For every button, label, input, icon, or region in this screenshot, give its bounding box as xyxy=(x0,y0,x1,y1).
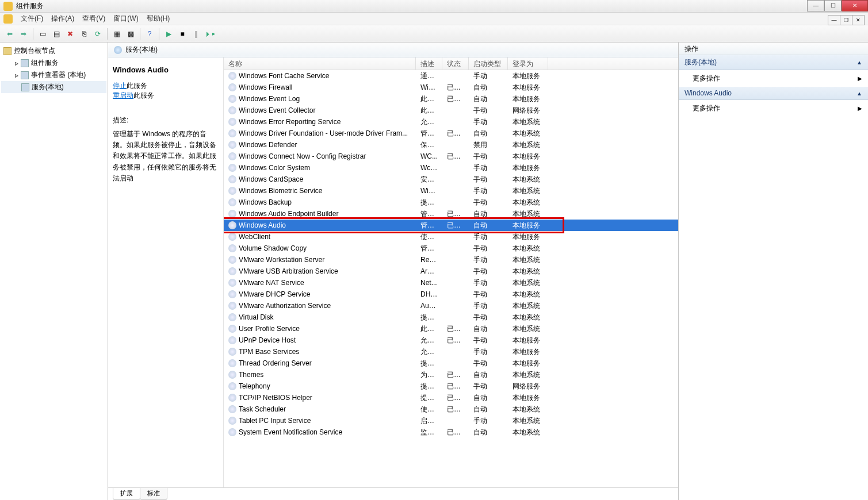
tree-item-component-services[interactable]: ▹ 组件服务 xyxy=(1,57,106,69)
service-logon: 本地系统 xyxy=(508,278,548,288)
service-row[interactable]: Windows Driver Foundation - User-mode Dr… xyxy=(224,128,678,139)
tree-item-services[interactable]: 服务(本地) xyxy=(1,81,106,93)
service-desc: 提供... xyxy=(416,382,442,391)
mdi-restore-button[interactable]: ❐ xyxy=(840,15,852,25)
col-name[interactable]: 名称 xyxy=(224,57,416,70)
service-row[interactable]: User Profile Service此服...已启动自动本地系统 xyxy=(224,323,678,334)
mdi-minimize-button[interactable]: — xyxy=(828,15,840,25)
service-logon: 本地服务 xyxy=(508,83,548,93)
col-status[interactable]: 状态 xyxy=(442,57,469,70)
service-row[interactable]: Volume Shadow Copy管理...手动本地系统 xyxy=(224,243,678,254)
service-row[interactable]: Themes为用...已启动自动本地系统 xyxy=(224,369,678,380)
back-button[interactable]: ⬅ xyxy=(3,28,16,40)
gear-icon xyxy=(228,118,236,126)
view1-button[interactable]: ▦ xyxy=(110,28,123,40)
tree-item-event-viewer[interactable]: ▹ 事件查看器 (本地) xyxy=(1,69,106,81)
pause-button[interactable]: ‖ xyxy=(190,28,202,40)
delete-button[interactable]: ✖ xyxy=(64,28,77,40)
show-hide-button[interactable]: ▭ xyxy=(36,28,49,40)
service-row[interactable]: TPM Base Services允许...手动本地服务 xyxy=(224,346,678,357)
minimize-button[interactable]: — xyxy=(807,0,824,11)
service-logon: 本地系统 xyxy=(508,313,548,322)
menu-file[interactable]: 文件(F) xyxy=(21,14,43,24)
service-logon: 本地服务 xyxy=(508,232,548,242)
restart-link[interactable]: 重启动 xyxy=(113,91,133,99)
col-desc[interactable]: 描述 xyxy=(416,57,442,70)
start-button[interactable]: ▶ xyxy=(162,28,175,40)
service-row[interactable]: Windows Defender保护...禁用本地系统 xyxy=(224,139,678,151)
service-row[interactable]: Windows FirewallWin...已启动自动本地服务 xyxy=(224,82,678,93)
service-row[interactable]: Windows Event Log此服...已启动自动本地服务 xyxy=(224,93,678,105)
service-name: Windows Firewall xyxy=(239,83,292,91)
service-row[interactable]: TCP/IP NetBIOS Helper提供...已启动自动本地服务 xyxy=(224,392,678,403)
menu-help[interactable]: 帮助(H) xyxy=(147,14,170,24)
service-start: 自动 xyxy=(469,428,508,437)
service-row[interactable]: VMware NAT ServiceNet...手动本地系统 xyxy=(224,277,678,289)
tab-extended[interactable]: 扩展 xyxy=(113,488,140,500)
col-start[interactable]: 启动类型 xyxy=(469,57,508,70)
service-start: 手动 xyxy=(469,278,508,288)
export-button[interactable]: ⎘ xyxy=(78,28,90,40)
service-status: 已启动 xyxy=(442,405,469,414)
service-desc: 使用... xyxy=(416,405,442,414)
tree-root[interactable]: 控制台根节点 xyxy=(1,45,106,57)
service-row[interactable]: UPnP Device Host允许...已启动手动本地服务 xyxy=(224,334,678,346)
selected-service-name: Windows Audio xyxy=(113,66,219,74)
service-row[interactable]: VMware Authorization ServiceAuth...手动本地系… xyxy=(224,300,678,311)
service-row[interactable]: Windows Backup提供...手动本地系统 xyxy=(224,197,678,208)
stop-link[interactable]: 停止 xyxy=(113,82,127,90)
gear-icon xyxy=(228,141,236,149)
menu-window[interactable]: 窗口(W) xyxy=(113,14,138,24)
action-more-services[interactable]: 更多操作▶ xyxy=(679,70,868,87)
service-row[interactable]: VMware USB Arbitration ServiceArbit...手动… xyxy=(224,266,678,277)
service-start: 手动 xyxy=(469,416,508,426)
service-row[interactable]: Thread Ordering Server提供...手动本地服务 xyxy=(224,357,678,369)
action-group-selected[interactable]: Windows Audio▲ xyxy=(679,87,868,100)
menu-view[interactable]: 查看(V) xyxy=(82,14,105,24)
service-row[interactable]: WebClient使基...手动本地服务 xyxy=(224,231,678,243)
service-row[interactable]: Task Scheduler使用...已启动自动本地系统 xyxy=(224,403,678,415)
close-button[interactable]: ✕ xyxy=(842,0,868,11)
restart-button[interactable]: ⏵▶ xyxy=(204,28,216,40)
service-row[interactable]: Tablet PC Input Service启用...手动本地系统 xyxy=(224,415,678,426)
service-row[interactable]: Virtual Disk提供...手动本地系统 xyxy=(224,311,678,323)
service-row[interactable]: Windows CardSpace安全...手动本地系统 xyxy=(224,174,678,185)
services-header-icon xyxy=(114,46,122,54)
service-start: 禁用 xyxy=(469,140,508,150)
refresh-button[interactable]: ⟳ xyxy=(91,28,104,40)
view2-button[interactable]: ▩ xyxy=(124,28,137,40)
mdi-close-button[interactable]: ✕ xyxy=(852,15,865,25)
service-desc: 监视... xyxy=(416,428,442,437)
help-button[interactable]: ? xyxy=(143,28,156,40)
service-row[interactable]: VMware DHCP ServiceDHC...手动本地系统 xyxy=(224,289,678,300)
list-body[interactable]: Windows Font Cache Service通过...手动本地服务Win… xyxy=(224,70,678,487)
service-row[interactable]: Telephony提供...已启动手动网络服务 xyxy=(224,380,678,392)
service-row[interactable]: VMware Workstation ServerRem...手动本地系统 xyxy=(224,254,678,266)
service-row[interactable]: Windows Connect Now - Config RegistrarWC… xyxy=(224,151,678,162)
service-row[interactable]: Windows Error Reporting Service允许...手动本地… xyxy=(224,116,678,128)
gear-icon xyxy=(228,267,236,275)
service-row[interactable]: System Event Notification Service监视...已启… xyxy=(224,426,678,438)
stop-button[interactable]: ■ xyxy=(176,28,189,40)
service-row[interactable]: Windows Event Collector此服...手动网络服务 xyxy=(224,105,678,116)
service-name: VMware Workstation Server xyxy=(239,256,324,264)
service-row[interactable]: Windows Font Cache Service通过...手动本地服务 xyxy=(224,70,678,82)
action-group-services[interactable]: 服务(本地)▲ xyxy=(679,55,868,70)
service-name: Windows Backup xyxy=(239,198,292,206)
action-more-selected[interactable]: 更多操作▶ xyxy=(679,100,868,117)
tab-standard[interactable]: 标准 xyxy=(140,488,167,500)
forward-button[interactable]: ➡ xyxy=(17,28,30,40)
service-desc: 提供... xyxy=(416,359,442,368)
service-row[interactable]: Windows Audio管理...已启动自动本地服务 xyxy=(224,220,678,231)
properties-button[interactable]: ▤ xyxy=(50,28,63,40)
service-row[interactable]: Windows Audio Endpoint Builder管理...已启动自动… xyxy=(224,208,678,220)
service-desc: 安全... xyxy=(416,175,442,184)
service-row[interactable]: Windows Biometric ServiceWin...手动本地系统 xyxy=(224,185,678,197)
service-row[interactable]: Windows Color SystemWcs...手动本地服务 xyxy=(224,162,678,174)
maximize-button[interactable]: ☐ xyxy=(824,0,842,11)
service-desc: 管理... xyxy=(416,244,442,253)
menu-action[interactable]: 操作(A) xyxy=(51,14,74,24)
list-header: 名称 描述 状态 启动类型 登录为 xyxy=(224,57,678,70)
col-logon[interactable]: 登录为 xyxy=(508,57,548,70)
service-logon: 网络服务 xyxy=(508,106,548,116)
